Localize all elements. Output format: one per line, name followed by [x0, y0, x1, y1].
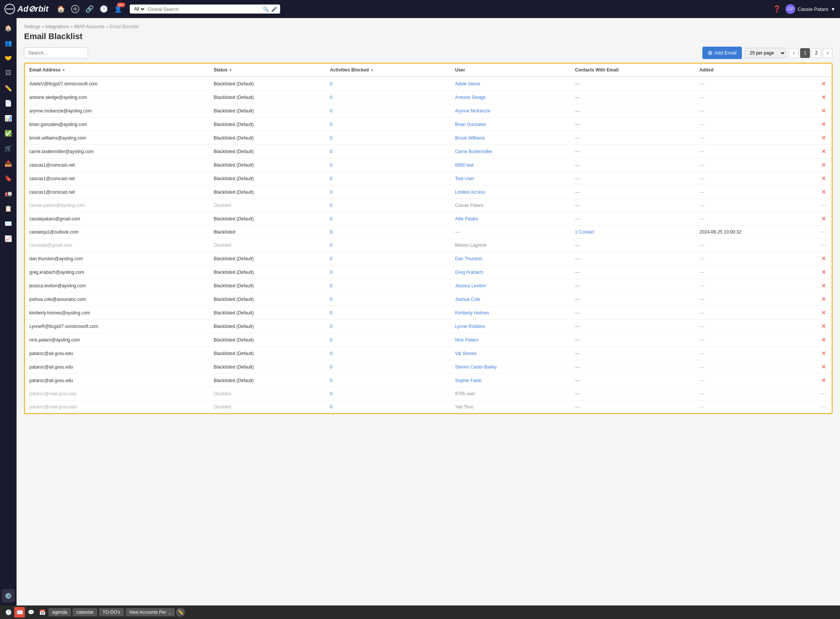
delete-button[interactable]: ✕	[821, 161, 826, 168]
activities-link[interactable]: 0	[330, 149, 333, 154]
activities-link[interactable]: 0	[330, 310, 333, 316]
delete-button[interactable]: ✕	[821, 134, 826, 141]
sidebar-item-media[interactable]: 🖼	[2, 66, 15, 80]
status-calendar-icon[interactable]: 📅	[37, 607, 47, 617]
user-link[interactable]: Lynne Robbins	[455, 324, 485, 329]
activities-link[interactable]: 0	[330, 135, 333, 141]
delete-button[interactable]: ✕	[821, 363, 826, 370]
user-link[interactable]: Carrie Bodenmiller	[455, 149, 492, 154]
sidebar-item-envelope[interactable]: ✉️	[2, 217, 15, 230]
add-nav-button[interactable]	[70, 3, 81, 15]
more-actions-button[interactable]: ···	[820, 202, 827, 209]
sidebar-item-bookmark[interactable]: 🔖	[2, 171, 15, 185]
user-link[interactable]: Nick Pataro	[455, 337, 478, 343]
sidebar-item-handshake[interactable]: 🤝	[2, 51, 15, 65]
breadcrumb-imap[interactable]: IMAP Accounts	[74, 24, 105, 29]
activities-link[interactable]: 0	[330, 297, 333, 302]
taskbar-todo-button[interactable]: TO-DO's	[99, 608, 124, 616]
sidebar-item-checklist[interactable]: ✅	[2, 126, 15, 140]
delete-button[interactable]: ✕	[821, 215, 826, 222]
mic-icon[interactable]: 🎤	[271, 6, 277, 12]
add-email-button[interactable]: ⊕ Add Email	[702, 47, 742, 59]
delete-button[interactable]: ✕	[821, 188, 826, 196]
activities-link[interactable]: 0	[330, 270, 333, 275]
delete-button[interactable]: ✕	[821, 94, 826, 101]
user-link[interactable]: Kimberly Holmes	[455, 310, 489, 316]
search-input[interactable]	[24, 47, 88, 58]
activities-link[interactable]: 0	[330, 190, 333, 195]
user-link[interactable]: Greg Krabach	[455, 270, 483, 275]
delete-button[interactable]: ✕	[821, 377, 826, 384]
search-filter-select[interactable]: All	[133, 6, 146, 12]
user-link[interactable]: Brian Gonzales	[455, 122, 486, 127]
activities-link[interactable]: 0	[330, 351, 333, 356]
user-link[interactable]: Allie Pataro	[455, 216, 478, 222]
activities-link[interactable]: 8	[330, 229, 333, 235]
user-link[interactable]: Arynne McKenzie	[455, 108, 490, 114]
delete-button[interactable]: ✕	[821, 255, 826, 262]
taskbar-calendar-button[interactable]: calendar	[73, 608, 97, 616]
user-link[interactable]: Steven Carter-Bailey	[455, 364, 497, 370]
activities-link[interactable]: 0	[330, 243, 333, 248]
user-link[interactable]: Brook Williams	[455, 135, 485, 141]
activities-link[interactable]: 0	[330, 364, 333, 370]
user-link[interactable]: Jessica Leviton	[455, 283, 486, 288]
notifications-nav-button[interactable]: 👤99+	[112, 3, 124, 15]
sidebar-item-document[interactable]: 📄	[2, 96, 15, 110]
delete-button[interactable]: ✕	[821, 121, 826, 128]
contacts-link[interactable]: 1 Contact	[575, 229, 594, 235]
per-page-select[interactable]: 25 per page 50 per page 100 per page	[745, 48, 786, 58]
activities-link[interactable]: 0	[330, 176, 333, 181]
delete-button[interactable]: ✕	[821, 148, 826, 155]
sidebar-item-contacts[interactable]: 👥	[2, 36, 15, 50]
page-1-button[interactable]: 1	[800, 48, 810, 58]
user-link[interactable]: 6850 test	[455, 162, 473, 168]
more-actions-button[interactable]: ···	[820, 390, 827, 397]
status-email-icon[interactable]: ✉️	[14, 607, 25, 617]
page-2-button[interactable]: 2	[811, 48, 821, 58]
sidebar-item-home[interactable]: 🏠	[2, 21, 15, 35]
taskbar-newaccounts-button[interactable]: New Accounts Per ...	[126, 608, 175, 616]
activities-link[interactable]: 0	[330, 81, 333, 86]
more-actions-button[interactable]: ···	[820, 404, 827, 410]
user-menu[interactable]: CP Cassie Pataro ▼	[785, 4, 835, 14]
user-link[interactable]: Adele Vance	[455, 81, 480, 86]
delete-button[interactable]: ✕	[821, 350, 826, 357]
activities-link[interactable]: 0	[330, 122, 333, 127]
activities-link[interactable]: 0	[330, 256, 333, 261]
sidebar-item-truck[interactable]: 🚛	[2, 187, 15, 200]
help-button[interactable]: ❓	[771, 3, 782, 15]
taskbar-edit-button[interactable]: ✏️	[176, 608, 185, 617]
more-actions-button[interactable]: ···	[820, 229, 827, 235]
sidebar-item-cart[interactable]: 🛒	[2, 141, 15, 155]
delete-button[interactable]: ✕	[821, 309, 826, 316]
user-link[interactable]: Test User	[455, 176, 474, 181]
delete-button[interactable]: ✕	[821, 296, 826, 303]
delete-button[interactable]: ✕	[821, 80, 826, 87]
activities-link[interactable]: 0	[330, 216, 333, 222]
status-chat-icon[interactable]: 💬	[26, 607, 36, 617]
user-link[interactable]: Limited Access	[455, 190, 485, 195]
home-nav-button[interactable]: 🏠	[55, 3, 67, 15]
activities-link[interactable]: 0	[330, 324, 333, 329]
activities-link[interactable]: 0	[330, 162, 333, 168]
activities-link[interactable]: 0	[330, 203, 333, 208]
breadcrumb-settings[interactable]: Settings	[24, 24, 40, 29]
sidebar-item-chart[interactable]: 📊	[2, 111, 15, 125]
delete-button[interactable]: ✕	[821, 323, 826, 330]
delete-button[interactable]: ✕	[821, 107, 826, 114]
col-status[interactable]: Status ▼	[209, 64, 325, 77]
breadcrumb-integrations[interactable]: Integrations	[45, 24, 69, 29]
next-page-button[interactable]: ›	[823, 48, 832, 58]
delete-button[interactable]: ✕	[821, 269, 826, 276]
delete-button[interactable]: ✕	[821, 175, 826, 182]
activities-link[interactable]: 0	[330, 108, 333, 114]
delete-button[interactable]: ✕	[821, 336, 826, 343]
activities-link[interactable]: 0	[330, 95, 333, 100]
user-link[interactable]: Sophie Faldo	[455, 378, 482, 383]
delete-button[interactable]: ✕	[821, 282, 826, 289]
status-clock-icon[interactable]: 🕐	[3, 607, 14, 617]
more-actions-button[interactable]: ···	[820, 242, 827, 249]
col-activities[interactable]: Activities Blocked ▼	[326, 64, 451, 77]
user-link[interactable]: Antoine Sledge	[455, 95, 485, 100]
